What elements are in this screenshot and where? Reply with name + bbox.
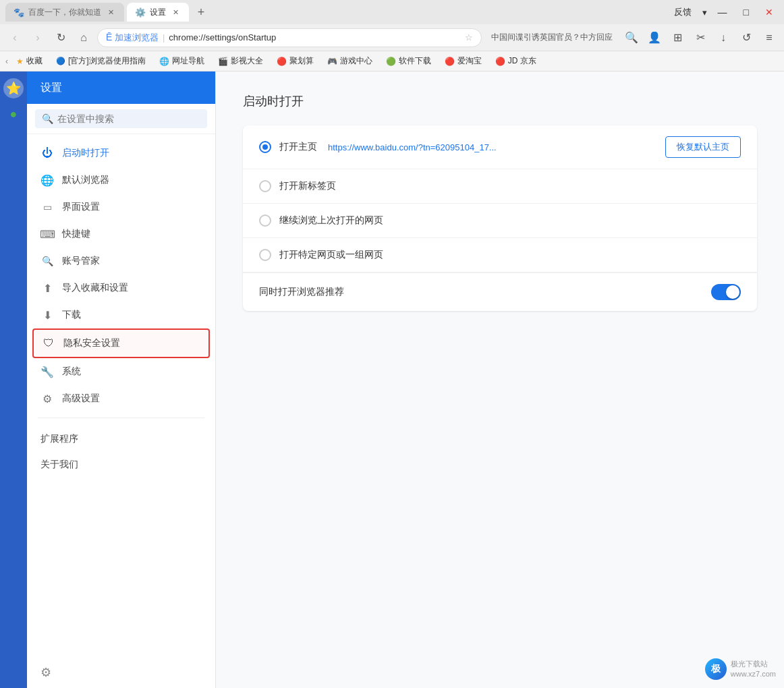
tab-settings-favicon: ⚙️	[135, 7, 146, 18]
back-button[interactable]: ‹	[5, 28, 24, 47]
advanced-icon: ⚙	[40, 392, 54, 405]
strip-circle-button[interactable]: ●	[3, 104, 24, 124]
search-button[interactable]: 🔍	[622, 28, 641, 47]
label-open-specific: 打开特定网页或一组网页	[279, 249, 383, 261]
toggle-label: 同时打开浏览器推荐	[259, 286, 344, 298]
sidebar-item-privacy[interactable]: 🛡 隐私安全设置	[32, 328, 210, 358]
sidebar-search-input[interactable]	[57, 113, 200, 124]
bookmark-taobao[interactable]: 🔴 爱淘宝	[439, 54, 487, 68]
sidebar-search-area: 🔍	[27, 104, 215, 134]
home-button[interactable]: ⌂	[74, 28, 93, 47]
sidebar-item-startup[interactable]: ⏻ 启动时打开	[27, 140, 215, 167]
refresh-button[interactable]: ↻	[51, 28, 70, 47]
watermark-text-area: 极光下载站 www.xz7.com	[731, 659, 776, 680]
system-label: 系统	[62, 366, 81, 378]
option-continue-last: 继续浏览上次打开的网页	[243, 204, 757, 238]
option-open-specific: 打开特定网页或一组网页	[243, 238, 757, 273]
watermark-logo: 极	[705, 658, 727, 680]
sidebar-search-box[interactable]: 🔍	[35, 109, 207, 128]
label-open-new-tab: 打开新标签页	[279, 180, 336, 192]
bookmark-nav[interactable]: 🌐 网址导航	[154, 54, 210, 68]
address-bar: ‹ › ↻ ⌂ Ē 加速浏览器 | chrome://settings/onSt…	[0, 24, 784, 51]
bookmark-soft[interactable]: 🟢 软件下载	[381, 54, 437, 68]
extensions-link[interactable]: 扩展程序	[27, 426, 215, 452]
bookmark-star-icon: ★	[16, 57, 24, 66]
content-area: 启动时打开 打开主页 https://www.baidu.com/?tn=620…	[216, 71, 784, 688]
bookmark-official-icon: 🔵	[56, 57, 65, 65]
settings-card: 打开主页 https://www.baidu.com/?tn=62095104_…	[243, 125, 757, 311]
maximize-button[interactable]: □	[738, 5, 754, 19]
news-headline: 中国间谍引诱英国官员？中方回应	[486, 32, 618, 43]
watermark: 极 极光下载站 www.xz7.com	[705, 658, 776, 680]
default-browser-icon: 🌐	[40, 173, 54, 187]
radio-open-specific[interactable]	[259, 249, 271, 261]
sidebar-item-default-browser[interactable]: 🌐 默认浏览器	[27, 167, 215, 194]
bookmark-calc[interactable]: 🔴 聚划算	[271, 54, 319, 68]
tab-settings-title: 设置	[150, 7, 166, 18]
sidebar-item-interface[interactable]: ▭ 界面设置	[27, 194, 215, 221]
startup-label: 启动时打开	[62, 147, 109, 159]
sidebar-item-system[interactable]: 🔧 系统	[27, 358, 215, 385]
minimize-button[interactable]: —	[712, 5, 733, 19]
strip-star-button[interactable]: ⭐	[3, 78, 24, 98]
bookmark-game-icon: 🎮	[327, 57, 337, 66]
bookmark-taobao-icon: 🔴	[445, 57, 455, 66]
default-browser-label: 默认浏览器	[62, 174, 109, 186]
tab-settings-close[interactable]: ✕	[170, 7, 181, 18]
shortcuts-label: 快捷键	[62, 228, 90, 240]
radio-open-new-tab[interactable]	[259, 180, 271, 192]
sidebar-footer-links: 扩展程序 关于我们	[27, 424, 215, 480]
account-button[interactable]: 👤	[645, 28, 664, 47]
about-label: 关于我们	[40, 459, 78, 471]
import-icon: ⬆	[40, 281, 54, 295]
bookmark-official[interactable]: 🔵 [官方]浏览器使用指南	[51, 54, 151, 68]
bookmark-game[interactable]: 🎮 游戏中心	[322, 54, 378, 68]
close-button[interactable]: ✕	[760, 5, 779, 19]
bookmarks-left-arrow[interactable]: ‹	[5, 57, 8, 66]
grid-button[interactable]: ⊞	[668, 28, 687, 47]
tab-add-button[interactable]: +	[192, 3, 211, 22]
browser-recommendation-toggle[interactable]	[711, 284, 741, 300]
menu-button[interactable]: ≡	[760, 28, 779, 47]
sidebar-divider	[38, 418, 204, 418]
sidebar-item-account[interactable]: 🔍 账号管家	[27, 248, 215, 275]
download-button[interactable]: ↓	[714, 28, 733, 47]
radio-continue-last[interactable]	[259, 214, 271, 227]
feedback-button[interactable]: 反馈	[669, 5, 697, 20]
label-open-homepage: 打开主页	[279, 141, 317, 153]
gear-icon: ⚙	[40, 666, 51, 679]
sidebar-item-advanced[interactable]: ⚙ 高级设置	[27, 385, 215, 412]
content-title: 启动时打开	[243, 93, 757, 109]
tab-baidu[interactable]: 🐾 百度一下，你就知道 ✕	[5, 3, 124, 22]
bookmark-nav-icon: 🌐	[159, 57, 169, 66]
sidebar-header: 设置	[27, 71, 215, 104]
watermark-line1: 极光下载站	[731, 659, 776, 669]
forward-button[interactable]: ›	[28, 28, 47, 47]
restore-default-button[interactable]: 恢复默认主页	[665, 136, 741, 158]
bookmark-collect[interactable]: ★ 收藏	[11, 54, 48, 68]
radio-open-homepage[interactable]	[259, 141, 271, 153]
tab-chevron-icon[interactable]: ▾	[702, 7, 707, 18]
sidebar-item-import[interactable]: ⬆ 导入收藏和设置	[27, 275, 215, 302]
sidebar-item-shortcuts[interactable]: ⌨ 快捷键	[27, 221, 215, 248]
tab-settings[interactable]: ⚙️ 设置 ✕	[127, 3, 189, 22]
scissors-button[interactable]: ✂	[691, 28, 710, 47]
bookmark-movie[interactable]: 🎬 影视大全	[213, 54, 269, 68]
watermark-line2: www.xz7.com	[731, 669, 776, 679]
extensions-label: 扩展程序	[40, 433, 78, 445]
address-input-area[interactable]: Ē 加速浏览器 | chrome://settings/onStartup ☆	[97, 28, 482, 47]
about-link[interactable]: 关于我们	[27, 452, 215, 478]
main-layout: ⭐ ● 设置 🔍 ⏻ 启动时打开 🌐 默认浏览器 ▭	[0, 71, 784, 688]
tab-baidu-favicon: 🐾	[13, 7, 24, 18]
bookmark-soft-icon: 🟢	[386, 57, 396, 66]
sidebar-title: 设置	[40, 81, 62, 95]
account-icon: 🔍	[40, 254, 54, 268]
star-icon[interactable]: ☆	[465, 32, 473, 42]
bookmark-jd[interactable]: 🔴 JD 京东	[490, 54, 542, 68]
sidebar-item-download[interactable]: ⬇ 下载	[27, 302, 215, 328]
tab-baidu-close[interactable]: ✕	[105, 7, 116, 18]
shortcuts-icon: ⌨	[40, 227, 54, 241]
sidebar: 设置 🔍 ⏻ 启动时打开 🌐 默认浏览器 ▭ 界面设置	[27, 71, 216, 688]
undo-button[interactable]: ↺	[737, 28, 756, 47]
sidebar-bottom-gear[interactable]: ⚙	[27, 657, 215, 688]
